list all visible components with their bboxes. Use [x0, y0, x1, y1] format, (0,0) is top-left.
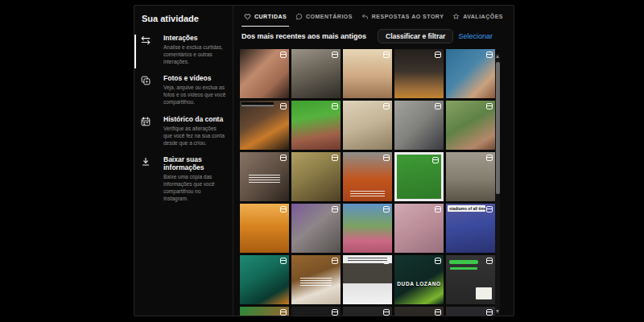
sidebar-item-interacoes[interactable]: Interações Analise e exclua curtidas, co… [140, 34, 226, 65]
iced-drink-reel[interactable] [240, 204, 289, 253]
chat-screenshot-reel[interactable] [446, 255, 495, 304]
scroll-up-arrow-icon[interactable] [495, 53, 500, 60]
reel-icon [435, 103, 441, 109]
reel-icon [486, 258, 493, 264]
content-panel: CURTIDAS COMENTÁRIOS RESPOSTAS AO STORY [233, 6, 514, 316]
reel-icon [280, 206, 287, 213]
photos-videos-icon [140, 74, 152, 105]
sidebar-item-desc: Baixe uma cópia das informações que você… [163, 173, 226, 202]
reel-icon [383, 309, 390, 316]
chat-image-shape [476, 287, 492, 299]
media-grid: stadiums of all time DUDA LOZANO [240, 49, 495, 316]
cell-caption: stadiums of all time [448, 205, 485, 212]
skeleton-king-reel[interactable] [240, 255, 289, 304]
reel-icon [332, 155, 338, 161]
transfer-arrows-icon [140, 34, 152, 65]
sidebar-item-label: Fotos e vídeos [163, 74, 226, 82]
activity-window: Sua atividade Interações Analise e exclu… [134, 5, 514, 316]
sidebar-item-label: Interações [163, 34, 226, 42]
sidebar-item-desc: Veja, arquive ou exclua as fotos e os ví… [163, 84, 226, 105]
grid-scrollbar[interactable] [495, 53, 500, 315]
heart-icon [244, 13, 251, 20]
green-bucket-hat-reel[interactable] [291, 101, 341, 150]
car-woman-reel[interactable] [240, 152, 289, 201]
dark-reel-1[interactable] [343, 307, 392, 316]
reel-icon [383, 155, 390, 161]
calendar-icon [140, 115, 152, 147]
garage-guitarist-reel[interactable] [291, 49, 341, 98]
reel-icon [280, 52, 287, 58]
reel-icon [432, 157, 439, 163]
cooking-pot-reel[interactable] [394, 49, 444, 98]
reel-icon [332, 103, 338, 109]
ratings-icon [452, 13, 460, 20]
reel-icon [486, 103, 493, 109]
tab-label: CURTIDAS [254, 14, 287, 19]
sidebar-item-historico[interactable]: Histórico da conta Verifique as alteraçõ… [140, 115, 226, 147]
garage-pointing-reel[interactable] [394, 101, 444, 150]
reel-icon [383, 52, 390, 58]
sidebar-title: Sua atividade [142, 14, 226, 23]
street-monkey-reel[interactable] [446, 152, 495, 201]
sidebar: Sua atividade Interações Analise e exclu… [134, 6, 233, 316]
reel-icon [332, 258, 338, 264]
reel-icon [280, 155, 287, 161]
dark-reel-3[interactable] [446, 307, 495, 316]
soccer-field-post[interactable] [394, 152, 444, 201]
sidebar-item-label: Baixar suas informações [163, 155, 226, 171]
media-grid-viewport: stadiums of all time DUDA LOZANO [233, 49, 514, 316]
reel-icon [435, 258, 441, 264]
sidebar-item-fotos-videos[interactable]: Fotos e vídeos Veja, arquive ou exclua a… [140, 74, 226, 105]
reel-icon [280, 309, 287, 316]
reel-icon [332, 52, 338, 58]
tab-avaliacoes[interactable]: AVALIAÇÕES [452, 6, 503, 27]
tab-respostas-ao-story[interactable]: RESPOSTAS AO STORY [361, 6, 444, 27]
reel-icon [332, 309, 338, 316]
reel-icon [280, 103, 287, 109]
aussie-dog-reel[interactable] [291, 152, 341, 201]
night-caption-reel[interactable] [291, 307, 341, 316]
reel-icon [383, 206, 390, 213]
pink-blur-reel[interactable] [394, 204, 444, 253]
scroll-down-arrow-icon[interactable] [495, 308, 500, 315]
white-dog-reel[interactable] [343, 101, 392, 150]
tabs-bar: CURTIDAS COMENTÁRIOS RESPOSTAS AO STORY [233, 6, 514, 27]
dark-reel-2[interactable] [394, 307, 444, 316]
diner-group-reel[interactable] [240, 101, 289, 150]
reel-icon [435, 206, 441, 213]
beach-reel[interactable] [343, 49, 392, 98]
stadium-jersey-reel[interactable]: stadiums of all time [446, 204, 495, 253]
parrot-reel[interactable] [240, 307, 289, 316]
doorway-white-shirt-reel[interactable] [291, 255, 341, 304]
crowd-elder-reel[interactable] [291, 204, 341, 253]
reel-icon [435, 52, 441, 58]
comment-icon [295, 13, 303, 20]
outdoor-sunglasses-reel[interactable] [446, 101, 495, 150]
cell-caption: DUDA LOZANO [394, 281, 444, 287]
duda-lozano-reel[interactable]: DUDA LOZANO [394, 255, 444, 304]
download-icon [140, 155, 152, 202]
blue-selfie-reel[interactable] [446, 49, 495, 98]
tab-label: COMENTÁRIOS [306, 14, 353, 19]
orange-shirt-reel[interactable] [343, 152, 392, 201]
tab-curtidas[interactable]: CURTIDAS [244, 6, 287, 27]
field-pink-shirt-reel[interactable] [343, 204, 392, 253]
reel-icon [486, 309, 493, 316]
story-reply-icon [361, 13, 369, 20]
chat-bubble-shape [449, 260, 478, 264]
reel-icon [280, 258, 287, 264]
sort-toolbar: Dos mais recentes aos mais antigos Class… [233, 27, 514, 46]
classify-filter-button[interactable]: Classificar e filtrar [378, 29, 453, 43]
tab-comentarios[interactable]: COMENTÁRIOS [295, 6, 353, 27]
sidebar-item-baixar-informacoes[interactable]: Baixar suas informações Baixe uma cópia … [140, 155, 226, 202]
sort-order-label: Dos mais recentes aos mais antigos [242, 32, 366, 40]
reel-icon [383, 103, 390, 109]
meme-post-reel[interactable] [343, 255, 392, 304]
scrollbar-thumb[interactable] [496, 62, 500, 194]
sidebar-item-label: Histórico da conta [163, 115, 226, 123]
tattoo-arm-reel[interactable] [240, 49, 289, 98]
reel-icon [383, 258, 390, 264]
reel-icon [332, 206, 338, 213]
sidebar-item-desc: Analise e exclua curtidas, comentários e… [163, 43, 226, 65]
select-link[interactable]: Selecionar [458, 32, 493, 40]
